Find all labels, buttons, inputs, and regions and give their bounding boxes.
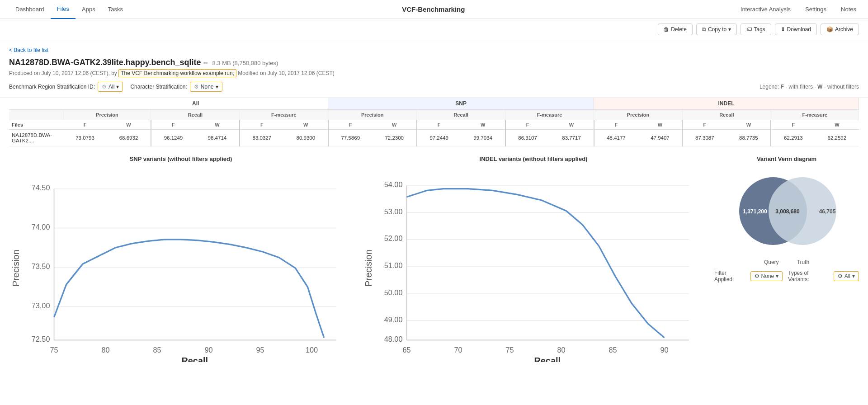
indel-recall-header: Recall — [682, 110, 771, 120]
indel-chart-svg: Precision 54.00 53.00 52.00 51.00 50.00 … — [362, 166, 705, 362]
svg-text:Recall: Recall — [534, 356, 561, 362]
svg-text:Precision: Precision — [11, 250, 21, 287]
archive-button[interactable]: 📦 Archive — [821, 24, 859, 35]
svg-text:65: 65 — [402, 346, 410, 354]
workflow-link[interactable]: The VCF Benchmarking workflow example ru… — [118, 69, 236, 77]
data-cell: 47.9407 — [638, 130, 682, 146]
all-fmeasure-header: F-measure — [240, 110, 328, 120]
nav-dashboard[interactable]: Dashboard — [9, 0, 51, 19]
col-f6: F — [505, 120, 550, 130]
data-cell: 48.4177 — [594, 130, 638, 146]
chevron-down-icon4: ▾ — [852, 273, 855, 279]
table-body: NA12878D.BWA-GATK2....73.079368.693296.1… — [9, 130, 859, 146]
venn-title: Variant Venn diagram — [757, 155, 816, 162]
indel-precision-header: Precision — [594, 110, 683, 120]
data-cell: 68.6932 — [107, 130, 151, 146]
types-select[interactable]: ⚙ All ▾ — [834, 271, 859, 281]
svg-text:90: 90 — [660, 346, 668, 354]
svg-text:100: 100 — [306, 346, 318, 354]
snp-recall-header: Recall — [417, 110, 505, 120]
svg-text:50.00: 50.00 — [384, 288, 403, 297]
venn-controls: Filter Applied: ⚙ None ▾ Types of Varian… — [714, 270, 859, 283]
table-row: NA12878D.BWA-GATK2....73.079368.693296.1… — [9, 130, 859, 146]
all-recall-header: Recall — [151, 110, 240, 120]
all-precision-header: Precision — [63, 110, 151, 120]
copy-icon: ⧉ — [702, 26, 706, 33]
tags-button[interactable]: 🏷 Tags — [741, 24, 771, 35]
nav-interactive-analysis[interactable]: Interactive Analysis — [738, 0, 793, 19]
snp-fmeasure-header: F-measure — [505, 110, 594, 120]
types-value: All — [844, 273, 850, 279]
character-value: None — [201, 84, 214, 90]
svg-text:Precision: Precision — [363, 250, 373, 287]
col-w8: W — [726, 120, 771, 130]
nav-settings[interactable]: Settings — [802, 0, 829, 19]
svg-text:85: 85 — [609, 346, 617, 354]
col-f2: F — [151, 120, 195, 130]
chevron-down-icon: ▾ — [116, 84, 119, 90]
data-cell: 62.2592 — [815, 130, 859, 146]
col-f7: F — [594, 120, 638, 130]
col-header-row: Files F W F W F W F W F W F W F W F W F … — [9, 120, 859, 130]
results-table: All SNP INDEL Precision Recall F-measure… — [9, 98, 859, 146]
svg-text:52.00: 52.00 — [384, 234, 403, 242]
nav-tasks[interactable]: Tasks — [102, 0, 129, 19]
filter-select[interactable]: ⚙ None ▾ — [750, 271, 783, 281]
col-w2: W — [195, 120, 240, 130]
files-group-header — [9, 98, 63, 110]
svg-text:75: 75 — [50, 346, 58, 354]
venn-box: Variant Venn diagram 1,371,200 3,008,680… — [714, 155, 859, 283]
delete-button[interactable]: 🗑 Delete — [658, 24, 693, 35]
svg-text:74.50: 74.50 — [32, 184, 50, 192]
data-cell: 83.0327 — [240, 130, 284, 146]
character-label: Character Stratification: — [130, 84, 187, 90]
legend: Legend: F - with filters · W - without f… — [760, 84, 859, 90]
data-cell: 80.9300 — [284, 130, 328, 146]
nav-apps[interactable]: Apps — [75, 0, 102, 19]
gear-icon4: ⚙ — [838, 273, 843, 279]
file-name-cell: NA12878D.BWA-GATK2.... — [9, 130, 63, 146]
stratification-select[interactable]: ⚙ All ▾ — [98, 82, 123, 92]
files-sub-header — [9, 110, 63, 120]
snp-group-header: SNP — [328, 98, 594, 110]
edit-icon[interactable]: ✏ — [203, 60, 208, 66]
data-cell: 97.2449 — [417, 130, 461, 146]
snp-precision-header: Precision — [328, 110, 417, 120]
venn-labels: Query Truth — [764, 259, 809, 265]
col-w4: W — [373, 120, 417, 130]
filter-applied-label: Filter Applied: — [714, 270, 745, 283]
svg-text:80: 80 — [557, 346, 565, 354]
col-w5: W — [461, 120, 505, 130]
nav-notes[interactable]: Notes — [838, 0, 859, 19]
file-size: 8.3 MB (8,750,080 bytes) — [212, 60, 278, 66]
stratification-value: All — [108, 84, 114, 90]
data-cell: 72.2300 — [373, 130, 417, 146]
snp-chart: SNP variants (without filters applied) P… — [9, 155, 353, 363]
character-select[interactable]: ⚙ None ▾ — [190, 82, 222, 92]
indel-chart: INDEL variants (without filters applied)… — [362, 155, 705, 363]
download-button[interactable]: ⬇ Download — [775, 24, 817, 35]
snp-chart-svg: Precision 74.50 74.00 73.50 73.00 72.50 … — [9, 166, 353, 362]
back-link[interactable]: < Back to file list — [9, 47, 48, 53]
types-label: Types of Variants: — [788, 270, 828, 283]
col-w1: W — [107, 120, 151, 130]
file-title: NA12878D.BWA-GATK2.39lite.happy.bench_sq… — [9, 58, 201, 67]
group-header-row: All SNP INDEL — [9, 98, 859, 110]
file-meta: Produced on July 10, 2017 12:06 (CEST), … — [9, 70, 859, 76]
trash-icon: 🗑 — [664, 26, 669, 33]
all-group-header: All — [63, 98, 328, 110]
gear-icon2: ⚙ — [194, 84, 199, 90]
controls-bar: Benchmark Region Stratification ID: ⚙ Al… — [0, 76, 868, 98]
svg-text:3,008,680: 3,008,680 — [775, 208, 800, 215]
nav-files[interactable]: Files — [51, 0, 75, 19]
data-cell: 96.1249 — [151, 130, 195, 146]
nav-right: Interactive Analysis Settings Notes — [738, 0, 859, 19]
gear-icon3: ⚙ — [755, 273, 760, 279]
svg-text:85: 85 — [153, 346, 161, 354]
stratification-control: Benchmark Region Stratification ID: ⚙ Al… — [9, 82, 123, 92]
col-f5: F — [417, 120, 461, 130]
stratification-label: Benchmark Region Stratification ID: — [9, 84, 95, 90]
col-w9: W — [815, 120, 859, 130]
col-w7: W — [638, 120, 682, 130]
copy-to-button[interactable]: ⧉ Copy to ▾ — [696, 24, 737, 35]
